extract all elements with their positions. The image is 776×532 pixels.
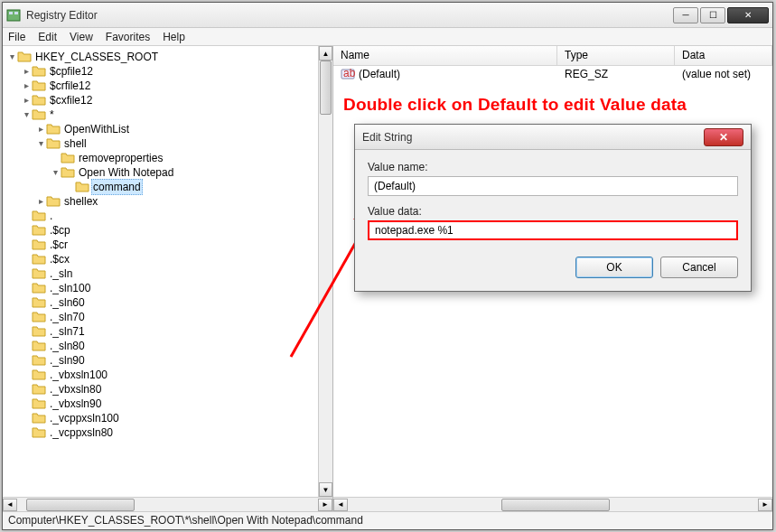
tree-item[interactable]: ▾* xyxy=(6,107,332,122)
tree-label: Open With Notepad xyxy=(77,165,175,180)
expand-icon[interactable]: ▸ xyxy=(21,93,32,107)
value-data-label: Value data: xyxy=(368,205,738,218)
scroll-thumb[interactable] xyxy=(26,499,135,511)
folder-icon xyxy=(32,411,46,425)
menu-view[interactable]: View xyxy=(70,31,93,43)
tree-label: $cxfile12 xyxy=(48,93,94,107)
menu-file[interactable]: File xyxy=(8,31,25,43)
tree-item[interactable]: ._sln xyxy=(6,266,332,281)
tree-item[interactable]: ._vbxsln90 xyxy=(6,397,332,411)
svg-rect-0 xyxy=(7,10,20,21)
folder-icon xyxy=(46,122,61,136)
tree-item[interactable]: ._vcppxsln80 xyxy=(6,425,332,440)
dialog-titlebar[interactable]: Edit String ✕ xyxy=(355,125,751,150)
scroll-right-icon[interactable]: ► xyxy=(318,499,332,511)
titlebar[interactable]: Registry Editor ─ ☐ ✕ xyxy=(3,3,772,28)
tree-label: ._vbxsln80 xyxy=(48,382,103,397)
tree-label: removeproperties xyxy=(77,151,164,165)
column-data[interactable]: Data xyxy=(675,46,772,65)
ok-button[interactable]: OK xyxy=(575,257,653,278)
expand-icon[interactable]: ▸ xyxy=(21,64,32,79)
tree-item[interactable]: ▾shell xyxy=(6,136,332,151)
value-data-input[interactable] xyxy=(368,220,738,240)
folder-icon xyxy=(32,295,46,310)
dialog-close-button[interactable]: ✕ xyxy=(704,128,743,146)
tree-label: ._vbxsln100 xyxy=(48,368,109,382)
value-name-label: Value name: xyxy=(368,161,738,173)
tree-item[interactable]: ._vcppxsln100 xyxy=(6,411,332,425)
scroll-left-icon[interactable]: ◄ xyxy=(3,499,17,511)
tree-item[interactable]: ._sln60 xyxy=(6,295,332,310)
tree-item[interactable]: ▸$cxfile12 xyxy=(6,93,332,107)
scroll-down-icon[interactable]: ▼ xyxy=(319,482,332,497)
horizontal-scrollbar[interactable]: ◄ ► xyxy=(3,497,332,511)
tree-item[interactable]: ._sln80 xyxy=(6,339,332,353)
tree-item[interactable]: .$cx xyxy=(6,252,332,266)
tree-item[interactable]: .$cr xyxy=(6,238,332,252)
tree-item[interactable]: ._vbxsln80 xyxy=(6,382,332,397)
tree-item[interactable]: ._sln70 xyxy=(6,310,332,324)
tree-label: ._sln90 xyxy=(48,353,87,368)
expand-icon[interactable]: ▾ xyxy=(6,50,17,64)
scroll-right-icon[interactable]: ► xyxy=(758,499,772,511)
tree-item[interactable]: ._vbxsln100 xyxy=(6,368,332,382)
folder-icon xyxy=(32,79,46,93)
tree-item[interactable]: ▸$crfile12 xyxy=(6,79,332,93)
scroll-up-icon[interactable]: ▲ xyxy=(319,46,332,61)
tree-label: HKEY_CLASSES_ROOT xyxy=(33,50,160,64)
tree-item[interactable]: removeproperties xyxy=(6,151,332,165)
tree-item[interactable]: ▾Open With Notepad xyxy=(6,165,332,180)
tree-item[interactable]: .$cp xyxy=(6,223,332,238)
expand-icon[interactable]: ▸ xyxy=(35,122,46,136)
menu-help[interactable]: Help xyxy=(163,31,185,43)
expand-icon[interactable]: ▸ xyxy=(35,194,46,209)
scroll-thumb[interactable] xyxy=(320,61,332,115)
folder-icon xyxy=(32,425,46,440)
maximize-button[interactable]: ☐ xyxy=(700,7,725,23)
tree-item[interactable]: ._sln71 xyxy=(6,324,332,339)
folder-icon xyxy=(32,281,46,295)
folder-icon xyxy=(32,93,46,107)
tree-pane[interactable]: ▾HKEY_CLASSES_ROOT▸$cpfile12▸$crfile12▸$… xyxy=(3,46,333,511)
tree-item[interactable]: ._sln100 xyxy=(6,281,332,295)
menu-favorites[interactable]: Favorites xyxy=(106,31,150,43)
expand-icon[interactable]: ▾ xyxy=(21,107,32,122)
folder-icon xyxy=(32,382,46,397)
folder-icon xyxy=(32,353,46,368)
tree-item[interactable]: ▸$cpfile12 xyxy=(6,64,332,79)
value-name-field[interactable]: (Default) xyxy=(368,176,738,196)
svg-rect-2 xyxy=(14,12,18,14)
tree-label: .$cr xyxy=(48,238,70,252)
expand-icon[interactable]: ▸ xyxy=(21,79,32,93)
expand-icon[interactable]: ▾ xyxy=(35,136,46,151)
scroll-thumb[interactable] xyxy=(501,499,610,511)
column-name[interactable]: Name xyxy=(333,46,557,65)
horizontal-scrollbar[interactable]: ◄ ► xyxy=(333,497,772,511)
folder-icon xyxy=(46,136,61,151)
cancel-button[interactable]: Cancel xyxy=(660,257,738,278)
vertical-scrollbar[interactable]: ▲ ▼ xyxy=(318,46,332,497)
column-type[interactable]: Type xyxy=(557,46,675,65)
value-type: REG_SZ xyxy=(557,68,675,80)
tree-item[interactable]: command xyxy=(6,180,332,194)
list-row[interactable]: ab (Default) REG_SZ (value not set) xyxy=(333,66,772,82)
tree-item[interactable]: ▸shellex xyxy=(6,194,332,209)
scroll-left-icon[interactable]: ◄ xyxy=(333,499,348,511)
close-button[interactable]: ✕ xyxy=(727,7,769,23)
window-title: Registry Editor xyxy=(26,9,673,22)
tree-item[interactable]: ▸OpenWithList xyxy=(6,122,332,136)
minimize-button[interactable]: ─ xyxy=(673,7,698,23)
tree-item[interactable]: ._sln90 xyxy=(6,353,332,368)
tree-label: $cpfile12 xyxy=(48,64,95,79)
value-data: (value not set) xyxy=(675,68,772,80)
menu-edit[interactable]: Edit xyxy=(38,31,57,43)
folder-icon xyxy=(46,194,61,209)
tree-item[interactable]: ▾HKEY_CLASSES_ROOT xyxy=(6,50,332,64)
tree-label: $crfile12 xyxy=(48,79,92,93)
dialog-title: Edit String xyxy=(362,131,704,144)
tree-label: ._sln60 xyxy=(48,295,87,310)
column-headers: Name Type Data xyxy=(333,46,772,66)
statusbar: Computer\HKEY_CLASSES_ROOT\*\shell\Open … xyxy=(3,511,772,529)
expand-icon[interactable]: ▾ xyxy=(50,165,61,180)
tree-item[interactable]: . xyxy=(6,209,332,223)
